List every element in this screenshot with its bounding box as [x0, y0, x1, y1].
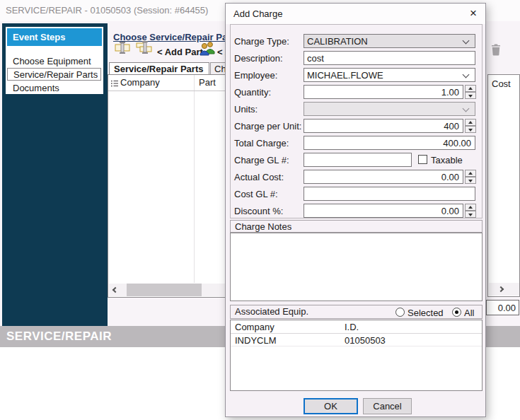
charge-per-unit-input[interactable]: 400 — [304, 119, 463, 133]
footer-label: SERVICE/REPAIR — [6, 329, 112, 344]
actual-cost-stepper — [465, 170, 476, 184]
total-charge-label: Total Charge: — [234, 138, 289, 148]
scroll-left-icon[interactable] — [109, 284, 121, 296]
taxable-checkbox-label: Taxable — [431, 155, 463, 165]
charge-type-label: Charge Type: — [234, 36, 289, 47]
quantity-stepper — [465, 85, 476, 99]
charge-notes-label: Charge Notes — [235, 221, 291, 232]
field-row-total-charge: Total Charge:400.00 — [226, 136, 485, 150]
charge-type-select[interactable]: CALIBRATION — [304, 34, 475, 48]
equip-cell-company: INDYCLM — [235, 335, 277, 346]
charge-type-value: CALIBRATION — [307, 36, 368, 47]
radio-all-label: All — [464, 308, 474, 318]
scroll-right-icon — [498, 286, 504, 292]
cost-gl-input[interactable] — [304, 187, 475, 201]
description-input[interactable]: cost — [304, 51, 475, 65]
column-header-part[interactable]: Part — [199, 77, 216, 88]
description-label: Description: — [234, 53, 283, 64]
sidebar-item-documents[interactable]: Documents — [7, 82, 101, 95]
associated-equip-header: Associated Equip. Selected All — [230, 305, 483, 319]
field-row-employee: Employee:MICHAEL.FLOWE — [226, 68, 485, 82]
discount-label: Discount %: — [234, 206, 283, 216]
add-part-button[interactable]: < Add Part — [157, 47, 203, 57]
charge-per-unit-stepper — [465, 119, 476, 133]
associated-equip-table: Company I.D. INDYCLM 01050503 — [230, 320, 483, 391]
employee-value: MICHAEL.FLOWE — [307, 70, 383, 81]
equip-column-company[interactable]: Company — [235, 322, 275, 332]
cost-panel-scrollbar[interactable] — [489, 283, 519, 296]
field-row-cost-gl: Cost GL #: — [226, 187, 485, 201]
description-value: cost — [307, 53, 324, 64]
quantity-input[interactable]: 1.00 — [304, 85, 463, 99]
close-icon[interactable]: × — [463, 5, 484, 23]
total-charge-input[interactable]: 400.00 — [304, 136, 475, 150]
actual-cost-label: Actual Cost: — [234, 172, 284, 182]
charge-per-unit-spin-down-icon[interactable] — [465, 126, 476, 133]
equip-cell-id: 01050503 — [345, 335, 386, 346]
cost-panel: Cost — [487, 74, 520, 297]
charge-notes-header: Charge Notes — [230, 220, 483, 233]
associated-equip-label: Associated Equip. — [235, 306, 308, 317]
insert-column-icon[interactable] — [113, 40, 132, 57]
field-row-charge-type: Charge Type:CALIBRATION — [226, 34, 485, 48]
charge-per-unit-value: 400 — [444, 121, 459, 132]
charge-per-unit-spin-up-icon[interactable] — [465, 119, 476, 126]
row-menu-icon[interactable] — [111, 79, 118, 90]
discount-spin-down-icon[interactable] — [465, 211, 476, 218]
event-steps-sidebar: Event Steps Choose Equipment Service/Rep… — [2, 23, 108, 326]
event-steps-header: Event Steps — [7, 28, 102, 46]
employee-select[interactable]: MICHAEL.FLOWE — [304, 68, 475, 82]
field-row-units: Units: — [226, 102, 485, 116]
quantity-value: 1.00 — [441, 87, 459, 98]
actual-cost-spin-down-icon[interactable] — [465, 177, 476, 184]
charge-notes-input[interactable] — [230, 233, 483, 301]
cost-gl-label: Cost GL #: — [234, 189, 278, 199]
units-select[interactable] — [304, 102, 475, 116]
table-row[interactable]: INDYCLM 01050503 — [231, 334, 482, 346]
column-header-cost[interactable]: Cost — [492, 78, 511, 89]
users-icon[interactable] — [199, 40, 217, 57]
radio-selected-circle[interactable] — [395, 308, 405, 317]
radio-selected-label: Selected — [408, 308, 444, 318]
screen: SERVICE/REPAIR - 01050503 (Session: #644… — [0, 0, 520, 420]
charge-gl-label: Charge GL #: — [234, 155, 289, 165]
sidebar-item-choose-equipment[interactable]: Choose Equipment — [7, 55, 101, 68]
charge-per-unit-label: Charge per Unit: — [234, 121, 301, 132]
add-charge-dialog: Add Charge × Charge Type:CALIBRATIONDesc… — [225, 3, 486, 417]
event-steps-panel: Event Steps Choose Equipment Service/Rep… — [6, 27, 103, 94]
field-row-charge-gl: Charge GL #:Taxable — [226, 153, 485, 167]
field-row-discount: Discount %:0.00 — [226, 204, 485, 218]
field-row-actual-cost: Actual Cost:0.00 — [226, 170, 485, 184]
units-label: Units: — [234, 104, 258, 115]
cancel-button[interactable]: Cancel — [363, 398, 412, 414]
sidebar-item-service-repair-parts[interactable]: Service/Repair Parts — [7, 68, 101, 81]
actual-cost-spin-up-icon[interactable] — [465, 170, 476, 177]
employee-label: Employee: — [234, 70, 277, 81]
scrollbar-thumb[interactable] — [127, 284, 202, 296]
quantity-label: Quantity: — [234, 87, 271, 98]
field-row-charge-per-unit: Charge per Unit:400 — [226, 119, 485, 133]
discount-input[interactable]: 0.00 — [304, 204, 463, 218]
window-title: SERVICE/REPAIR - 01050503 (Session: #644… — [6, 5, 208, 16]
dialog-titlebar: Add Charge × — [226, 4, 485, 24]
tab-service-repair-parts[interactable]: Service/Repair Parts — [109, 62, 209, 74]
radio-all-circle[interactable] — [452, 308, 461, 317]
field-row-description: Description:cost — [226, 51, 485, 65]
quantity-spin-down-icon[interactable] — [465, 92, 476, 99]
total-field: 0.00 — [486, 300, 519, 315]
discount-value: 0.00 — [441, 206, 459, 216]
actual-cost-input[interactable]: 0.00 — [304, 170, 463, 184]
trash-icon[interactable] — [491, 44, 501, 56]
discount-spin-up-icon[interactable] — [465, 204, 476, 211]
equip-column-id[interactable]: I.D. — [345, 322, 359, 332]
dialog-title: Add Charge — [233, 8, 282, 19]
insert-columns-icon[interactable] — [135, 40, 154, 57]
charge-gl-input[interactable] — [304, 153, 412, 167]
field-row-quantity: Quantity:1.00 — [226, 85, 485, 99]
total-charge-value: 400.00 — [443, 138, 471, 148]
ok-button[interactable]: OK — [304, 398, 358, 414]
quantity-spin-up-icon[interactable] — [465, 85, 476, 92]
taxable-checkbox[interactable] — [418, 155, 427, 164]
column-separator — [194, 75, 195, 283]
column-header-company[interactable]: Company — [120, 77, 160, 88]
